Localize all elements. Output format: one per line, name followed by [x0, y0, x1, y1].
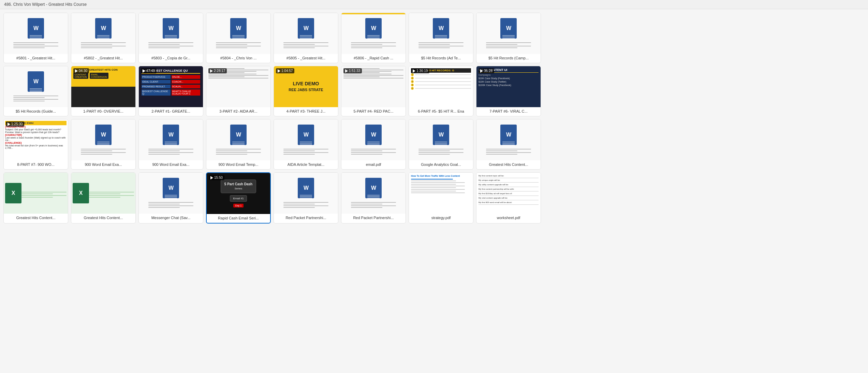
- card-thumb-c25: X: [4, 173, 68, 214]
- card-c27[interactable]: WMessenger Chat (Sav...: [138, 172, 203, 224]
- card-c15[interactable]: $5 HIT RECORDS: G123451:36:196-PART #5- …: [409, 66, 473, 116]
- card-label-c4: #5804 - _Chris Von ...: [206, 54, 270, 63]
- card-c26[interactable]: XGreatest Hits Content...: [71, 172, 136, 224]
- card-c16[interactable]: VIRAL CONTENT UI Campaigns $10K Case Stu…: [476, 66, 541, 116]
- card-label-c3: #5803 - _Copia de Gr...: [139, 54, 203, 63]
- card-c23[interactable]: WGoogle Analytics Goal...: [409, 119, 473, 170]
- card-thumb-c1: W: [4, 13, 68, 54]
- grid-row-row4: XGreatest Hits Content...XGreatest Hits …: [3, 172, 865, 224]
- card-label-c24: Greatest Hits Content...: [476, 160, 541, 169]
- card-c24[interactable]: WGreatest Hits Content...: [476, 119, 541, 170]
- card-c13[interactable]: LIVE DEMOREE JABS STRATE1:04:574-PART #3…: [274, 66, 338, 116]
- card-thumb-c22: W: [341, 119, 406, 160]
- card-c4[interactable]: W#5804 - _Chris Von ...: [206, 13, 271, 63]
- card-label-c28: Rapid Cash Email Seri...: [207, 214, 270, 223]
- card-label-c21: AIDA Article Templat...: [274, 160, 338, 169]
- card-thumb-c6: W: [341, 13, 406, 54]
- card-label-c14: 5-PART #4- RED PAC...: [341, 107, 406, 116]
- card-thumb-c7: W: [409, 13, 473, 54]
- card-thumb-c26: X: [71, 173, 135, 214]
- card-thumb-c21: W: [274, 119, 338, 160]
- card-thumb-c12: 2:28:17: [206, 66, 270, 107]
- card-thumb-c18: W: [71, 119, 135, 160]
- card-thumb-c19: W: [139, 119, 203, 160]
- card-label-c25: Greatest Hits Content...: [4, 214, 68, 223]
- card-label-c17: 8-PART #7- 900 WO...: [4, 160, 68, 169]
- card-thumb-c20: W: [206, 119, 270, 160]
- card-c20[interactable]: W900 Word Email Temp...: [206, 119, 271, 170]
- card-label-c13: 4-PART #3- THREE J...: [274, 107, 338, 116]
- card-c29[interactable]: WRed Packet Partnershi...: [274, 172, 338, 224]
- card-label-c18: 900 Word Email Exa...: [71, 160, 135, 169]
- card-label-c12: 3-PART #2- AIDA AR...: [206, 107, 270, 116]
- card-thumb-c29: W: [274, 173, 338, 214]
- card-thumb-c15: $5 HIT RECORDS: G123451:36:19: [409, 66, 473, 107]
- card-label-c7: $5 Hit Records (Ad Te...: [409, 54, 473, 63]
- grid-row-row3: THE 900 WORD EMAI [TRIGGER POINT] Subjec…: [3, 119, 865, 170]
- card-label-c23: Google Analytics Goal...: [409, 160, 473, 169]
- card-c1[interactable]: W#5801 - _Greatest Hit...: [3, 13, 68, 63]
- card-label-c31: strategy.pdf: [409, 214, 473, 223]
- card-c14[interactable]: 1:51:335-PART #4- RED PAC...: [341, 66, 406, 116]
- card-thumb-c10: GREATEST HITS CON CONTENTCREATION EMAILC…: [71, 66, 135, 107]
- card-thumb-c31: How To Get More Traffic With Less Conten…: [409, 173, 473, 214]
- card-label-c22: email.pdf: [341, 160, 406, 169]
- card-c31[interactable]: How To Get More Traffic With Less Conten…: [409, 172, 473, 224]
- card-c10[interactable]: GREATEST HITS CON CONTENTCREATION EMAILC…: [71, 66, 136, 116]
- card-label-c5: #5805 - _Greatest Hit...: [274, 54, 338, 63]
- card-c5[interactable]: W#5805 - _Greatest Hit...: [274, 13, 338, 63]
- card-thumb-c32: My first content topic will be:My unique…: [476, 173, 541, 214]
- card-c21[interactable]: WAIDA Article Templat...: [274, 119, 338, 170]
- card-c28[interactable]: 5 Part Cash Dash Series Email #1 Day 115…: [206, 172, 271, 224]
- card-label-c26: Greatest Hits Content...: [71, 214, 135, 223]
- card-label-c30: Red Packet Partnershi...: [341, 214, 406, 223]
- card-label-c10: 1-PART #0- OVERVIE...: [71, 107, 135, 116]
- card-c18[interactable]: W900 Word Email Exa...: [71, 119, 136, 170]
- card-label-c19: 900 Word Email Exa...: [139, 160, 203, 169]
- card-c19[interactable]: W900 Word Email Exa...: [138, 119, 203, 170]
- card-label-c32: worksheet.pdf: [476, 214, 541, 223]
- card-c2[interactable]: W#5802 - _Greatest Hit...: [71, 13, 136, 63]
- card-thumb-c16: VIRAL CONTENT UI Campaigns $10K Case Stu…: [476, 66, 541, 107]
- card-c25[interactable]: XGreatest Hits Content...: [3, 172, 68, 224]
- card-label-c27: Messenger Chat (Sav...: [139, 214, 203, 223]
- card-c12[interactable]: 2:28:173-PART #2- AIDA AR...: [206, 66, 271, 116]
- card-c17[interactable]: THE 900 WORD EMAI [TRIGGER POINT] Subjec…: [3, 119, 68, 170]
- card-label-c29: Red Packet Partnershi...: [274, 214, 338, 223]
- card-label-c8: $5 Hit Records (Camp...: [476, 54, 541, 63]
- card-label-c11: 2-PART #1- GREATE...: [139, 107, 203, 116]
- card-thumb-c17: THE 900 WORD EMAI [TRIGGER POINT] Subjec…: [4, 119, 68, 160]
- card-label-c9: $5 Hit Records (Guide...: [4, 107, 68, 116]
- card-thumb-c5: W: [274, 13, 338, 54]
- card-thumb-c30: W: [341, 173, 406, 214]
- card-c32[interactable]: My first content topic will be:My unique…: [476, 172, 541, 224]
- card-c7[interactable]: W$5 Hit Records (Ad Te...: [409, 13, 473, 63]
- title-bar: 486. Chris Von Wilpert - Greatest Hits C…: [0, 0, 868, 9]
- card-c30[interactable]: WRed Packet Partnershi...: [341, 172, 406, 224]
- card-thumb-c13: LIVE DEMOREE JABS STRATE1:04:57: [274, 66, 338, 107]
- card-c22[interactable]: Wemail.pdf: [341, 119, 406, 170]
- card-thumb-c8: W: [476, 13, 541, 54]
- card-label-c15: 6-PART #5- $5 HIT R... Ena: [409, 107, 473, 116]
- card-thumb-c4: W: [206, 13, 270, 54]
- card-label-c6: #5806 - _Rapid Cash ...: [341, 54, 406, 63]
- card-thumb-c28: 5 Part Cash Dash Series Email #1 Day 115…: [207, 173, 270, 214]
- card-c8[interactable]: W$5 Hit Records (Camp...: [476, 13, 541, 63]
- grid-container: W#5801 - _Greatest Hit...W#5802 - _Great…: [0, 9, 868, 230]
- grid-row-row1: W#5801 - _Greatest Hit...W#5802 - _Great…: [3, 13, 865, 63]
- grid-row-row2: W$5 Hit Records (Guide...GREATEST HITS C…: [3, 66, 865, 116]
- card-label-c1: #5801 - _Greatest Hit...: [4, 54, 68, 63]
- window-title: 486. Chris Von Wilpert - Greatest Hits C…: [4, 2, 87, 7]
- card-c6[interactable]: W#5806 - _Rapid Cash ...: [341, 13, 406, 63]
- card-c3[interactable]: W#5803 - _Copia de Gr...: [138, 13, 203, 63]
- card-label-c20: 900 Word Email Temp...: [206, 160, 270, 169]
- card-c9[interactable]: W$5 Hit Records (Guide...: [3, 66, 68, 116]
- card-c11[interactable]: THE BIGGEST CHALLENGE QU PRODUCT/SERVICE…: [138, 66, 203, 116]
- card-thumb-c11: THE BIGGEST CHALLENGE QU PRODUCT/SERVICE…: [139, 66, 203, 107]
- card-label-c2: #5802 - _Greatest Hit...: [71, 54, 135, 63]
- card-thumb-c27: W: [139, 173, 203, 214]
- card-thumb-c24: W: [476, 119, 541, 160]
- card-thumb-c23: W: [409, 119, 473, 160]
- card-thumb-c3: W: [139, 13, 203, 54]
- card-label-c16: 7-PART #6- VIRAL C...: [476, 107, 541, 116]
